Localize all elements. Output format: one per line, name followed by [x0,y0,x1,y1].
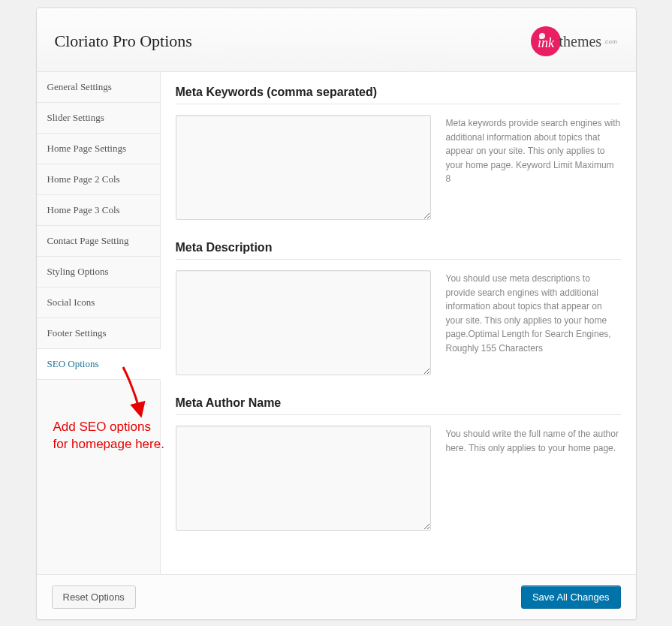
sidebar-item-home-page-settings[interactable]: Home Page Settings [37,134,160,164]
section-2: Meta Author NameYou should write the ful… [176,396,621,531]
save-button[interactable]: Save All Changes [521,585,621,609]
sidebar-item-footer-settings[interactable]: Footer Settings [37,318,160,349]
panel-title: Cloriato Pro Options [55,32,192,51]
sidebar-item-home-page-3-cols[interactable]: Home Page 3 Cols [37,195,160,226]
field-row: You should write the full name of the au… [176,426,621,531]
textarea-field[interactable] [176,270,431,375]
sidebar-item-slider-settings[interactable]: Slider Settings [37,103,160,134]
help-text: You should use meta descriptions to prov… [446,270,621,375]
sidebar-item-general-settings[interactable]: General Settings [37,72,160,103]
logo-text: themes [559,33,602,50]
options-panel: Cloriato Pro Options ink themes .com Gen… [36,8,637,620]
ink-logo-icon: ink [529,25,562,58]
panel-header: Cloriato Pro Options ink themes .com [37,8,636,72]
panel-body: General SettingsSlider SettingsHome Page… [37,72,636,574]
section-title: Meta Description [176,241,621,260]
section-title: Meta Author Name [176,396,621,415]
sidebar-item-contact-page-setting[interactable]: Contact Page Setting [37,226,160,257]
textarea-field[interactable] [176,426,431,531]
sidebar-item-styling-options[interactable]: Styling Options [37,257,160,287]
field-row: Meta keywords provide search engines wit… [176,115,621,220]
section-title: Meta Keywords (comma separated) [176,86,621,104]
sidebar-item-seo-options[interactable]: SEO Options [37,349,161,380]
sidebar-item-social-icons[interactable]: Social Icons [37,287,160,318]
sidebar-nav: General SettingsSlider SettingsHome Page… [37,72,161,574]
help-text: Meta keywords provide search engines wit… [446,115,621,220]
section-1: Meta DescriptionYou should use meta desc… [176,241,621,375]
brand-logo: ink themes .com [529,25,618,58]
content-area: Meta Keywords (comma separated)Meta keyw… [161,72,636,574]
logo-suffix: .com [603,38,617,45]
panel-footer: Reset Options Save All Changes [37,574,636,619]
help-text: You should write the full name of the au… [446,426,621,531]
sidebar-item-home-page-2-cols[interactable]: Home Page 2 Cols [37,164,160,195]
field-row: You should use meta descriptions to prov… [176,270,621,375]
reset-button[interactable]: Reset Options [52,585,136,609]
svg-text:ink: ink [538,35,555,50]
textarea-field[interactable] [176,115,431,220]
section-0: Meta Keywords (comma separated)Meta keyw… [176,86,621,220]
